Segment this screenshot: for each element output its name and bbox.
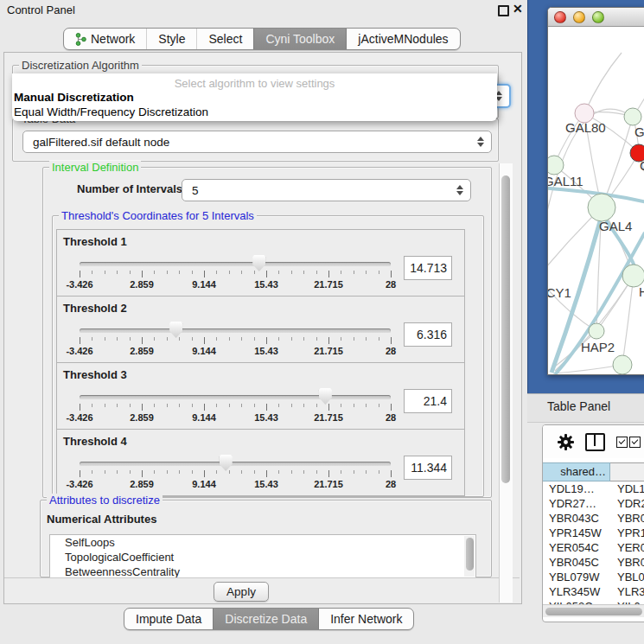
number-of-intervals-label: Number of Intervals <box>77 182 182 195</box>
table-row[interactable]: YBR043CYBR0 <box>543 511 644 526</box>
table-cell: YLR3 <box>610 584 644 599</box>
combo-stepper-icon[interactable] <box>456 185 464 195</box>
slider-track[interactable] <box>80 262 391 266</box>
threshold-label: Threshold 1 <box>63 235 127 248</box>
slider-track[interactable] <box>80 395 391 399</box>
checkbox-icon[interactable] <box>629 437 641 448</box>
table-row[interactable]: YER054CYER0 <box>543 540 644 555</box>
checkbox-icon[interactable] <box>616 437 628 448</box>
table-cell: YER0 <box>610 540 644 555</box>
table-scrollbar-thumb[interactable] <box>545 608 642 615</box>
slider-handle[interactable] <box>252 255 265 271</box>
numerical-attributes-list[interactable]: SelfLoopsTopologicalCoefficientBetweenne… <box>49 534 476 578</box>
table-cell: YBL079W <box>543 570 610 584</box>
tab-infer-network[interactable]: Infer Network <box>318 609 413 629</box>
network-canvas[interactable]: GAL80GACGAL11GAL4GCY1HHAP2 <box>548 27 644 374</box>
slider-major-tick <box>142 404 143 411</box>
table-row[interactable]: YBR045CYBR0 <box>543 555 644 570</box>
slider-tick-label: 28 <box>386 412 396 423</box>
slider-handle[interactable] <box>220 455 233 471</box>
apply-button[interactable]: Apply <box>214 582 269 602</box>
slider-tick-label: 2.859 <box>130 479 154 489</box>
panel-scrollbar[interactable] <box>499 163 513 603</box>
table-row[interactable]: YDL19…YDL1 <box>543 481 644 496</box>
slider-major-tick <box>328 470 329 477</box>
table-row[interactable]: YBL079WYBL0 <box>543 570 644 584</box>
float-window-icon[interactable] <box>498 5 509 16</box>
number-of-intervals-combobox[interactable]: 5 <box>182 179 471 201</box>
slider-major-tick <box>204 470 205 477</box>
gear-icon[interactable] <box>558 434 574 450</box>
network-window-titlebar[interactable] <box>548 8 644 27</box>
numerical-attributes-label: Numerical Attributes <box>47 513 156 526</box>
network-node-label: H <box>639 284 644 299</box>
tab-style[interactable]: Style <box>146 29 196 49</box>
tab-select[interactable]: Select <box>196 29 253 49</box>
slider-major-tick <box>80 404 80 411</box>
threshold-value-field[interactable]: 6.316 <box>404 322 452 347</box>
table-data-combobox[interactable]: galFiltered.sif default node <box>22 131 492 153</box>
network-node-ga[interactable] <box>624 108 641 125</box>
table-row[interactable]: YLR345WYLR3 <box>543 584 644 599</box>
table-toolbar <box>543 425 644 458</box>
popup-option-manual-discretization[interactable]: Manual Discretization <box>12 90 497 105</box>
slider-track[interactable] <box>80 328 391 333</box>
slider-tick-label: 21.715 <box>314 412 343 423</box>
slider-tick-label: 2.859 <box>130 279 154 290</box>
tab-network[interactable]: Network <box>64 29 146 49</box>
discretization-algorithm-title: Discretization Algorithm <box>19 59 142 72</box>
threshold-value-field[interactable]: 14.713 <box>404 256 452 280</box>
table-cell: YDR2 <box>610 496 644 511</box>
tab-impute-data[interactable]: Impute Data <box>124 609 213 629</box>
table-panel-title: Table Panel <box>547 399 610 413</box>
columns-icon[interactable] <box>585 433 605 451</box>
slider-major-tick <box>142 337 143 344</box>
network-node-hap2[interactable] <box>589 323 604 339</box>
zoom-traffic-light-icon[interactable] <box>592 11 604 23</box>
slider-handle[interactable] <box>319 388 332 405</box>
panel-scrollbar-thumb[interactable] <box>501 175 510 483</box>
close-icon[interactable]: ✕ <box>513 2 523 16</box>
table-cell: YPR145W <box>543 526 610 540</box>
table-cell: YPR1 <box>610 526 644 540</box>
slider-minor-ticks <box>80 337 392 341</box>
table-column-header[interactable]: na <box>610 462 644 481</box>
slider-tick-label: 9.144 <box>192 412 216 423</box>
combo-stepper-icon[interactable] <box>476 137 485 147</box>
slider-track[interactable] <box>80 462 391 466</box>
table-column-header[interactable]: shared… <box>543 462 610 481</box>
control-panel-titlebar: Control Panel ✕ <box>0 0 526 21</box>
slider-minor-ticks <box>80 271 392 274</box>
slider-major-tick <box>391 271 392 277</box>
table-horizontal-scrollbar[interactable] <box>543 604 644 617</box>
attribute-list-item[interactable]: SelfLoops <box>50 535 475 550</box>
attribute-list-item[interactable]: BetweennessCentrality <box>50 564 475 578</box>
tab-discretize-data[interactable]: Discretize Data <box>213 609 318 629</box>
slider-handle[interactable] <box>169 322 182 338</box>
table-row[interactable]: YPR145WYPR1 <box>543 526 644 540</box>
slider-tick-label: -3.426 <box>66 412 92 423</box>
popup-option-equal-width-frequency-discretization[interactable]: Equal Width/Frequency Discretization <box>12 105 497 119</box>
minimize-traffic-light-icon[interactable] <box>573 11 585 23</box>
threshold-value-field[interactable]: 11.344 <box>404 456 452 480</box>
table-cell: YBR0 <box>610 511 644 526</box>
attributes-group-title: Attributes to discretize <box>47 494 163 507</box>
network-node-gal4[interactable] <box>588 194 615 221</box>
slider-major-tick <box>266 404 267 411</box>
network-node-gal11[interactable] <box>548 156 564 175</box>
popup-prompt: Select algorithm to view settings <box>12 73 497 90</box>
table-row[interactable]: YDR27…YDR2 <box>543 496 644 511</box>
table-data-group: Table Data galFiltered.sif default node <box>12 118 499 162</box>
close-traffic-light-icon[interactable] <box>554 11 566 23</box>
threshold-value-field[interactable]: 21.4 <box>404 389 452 413</box>
table-cell: YBL0 <box>610 570 644 584</box>
network-node-node[interactable] <box>613 355 632 374</box>
slider-tick-label: 21.715 <box>314 479 343 489</box>
slider-tick-label: 21.715 <box>314 279 343 290</box>
table-cell: YBR043C <box>543 511 610 526</box>
attribute-list-item[interactable]: TopologicalCoefficient <box>50 550 475 564</box>
algorithm-dropdown-popup: Select algorithm to view settings Manual… <box>12 73 497 121</box>
list-scrollbar[interactable] <box>464 536 475 577</box>
tab-jactivemnodules[interactable]: jActiveMNodules <box>346 29 459 49</box>
tab-cyni-toolbox[interactable]: Cyni Toolbox <box>253 29 346 49</box>
